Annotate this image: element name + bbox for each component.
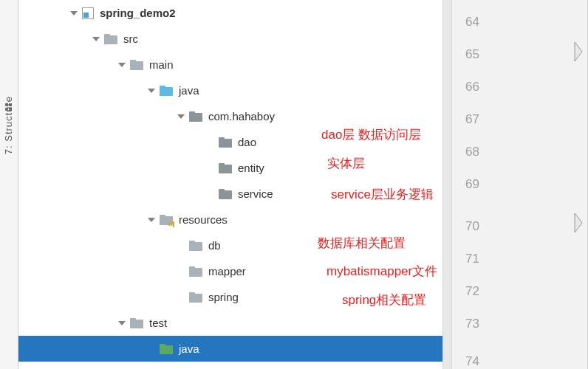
folder-icon [104,34,117,44]
fold-marker-icon[interactable] [574,41,584,62]
expander-icon[interactable] [70,11,78,15]
tree-node-test-source-folder[interactable]: java [18,336,442,362]
annotation-db: 数据库相关配置 [318,235,406,252]
structure-tab-label: 7: Structure [3,96,14,154]
tree-node-folder[interactable]: test [18,310,442,336]
expander-icon[interactable] [118,63,126,67]
test-source-folder-icon [160,344,173,354]
gutter-strip [443,0,452,369]
line-number: 69 [465,177,479,192]
expander-icon[interactable] [118,321,126,325]
editor-gutter: 64 65 66 67 68 69 70 71 72 73 74 [443,0,588,369]
folder-icon [130,318,143,328]
line-number: 70 [465,219,479,234]
node-label: test [149,317,167,329]
module-icon [82,7,94,19]
resources-folder-icon [160,215,173,225]
line-number: 64 [465,15,479,30]
tree-node-package[interactable]: com.hahaboy [18,103,442,129]
package-icon [219,163,232,173]
node-label: entity [238,162,264,174]
package-icon [219,137,232,148]
node-label: src [123,32,138,45]
node-label: mapper [208,265,246,277]
folder-icon [189,292,202,303]
annotation-entity: 实体层 [327,155,365,172]
expander-icon[interactable] [148,89,155,93]
line-number: 67 [465,112,479,127]
node-label: java [179,84,199,97]
line-number: 72 [465,284,479,299]
node-label: dao [238,136,256,148]
line-number: 65 [465,47,479,62]
line-number: 66 [465,80,479,94]
expander-icon[interactable] [177,114,185,119]
line-number: 74 [465,354,479,369]
tree-node-module[interactable]: spring_demo2 [18,0,442,26]
package-icon [219,189,232,199]
node-label: resources [179,213,228,226]
node-label: spring [208,291,239,303]
node-label: java [179,342,199,355]
node-label: service [238,187,273,200]
line-number: 68 [465,145,479,159]
project-tree[interactable]: spring_demo2 src main java com.hahaboy d… [18,0,443,369]
annotation-mapper: mybatismapper文件 [327,263,437,280]
folder-icon [189,241,202,251]
line-number: 73 [465,317,479,331]
expander-icon[interactable] [92,37,100,41]
tree-node-folder[interactable]: main [18,52,442,77]
tree-node-package[interactable]: entity [18,155,442,181]
node-label: main [149,58,174,71]
annotation-service: service层业务逻辑 [331,186,434,203]
package-icon [189,111,202,122]
node-label: db [208,239,221,252]
node-label: com.hahaboy [208,110,275,123]
tree-node-resources-folder[interactable]: resources [18,207,442,232]
source-folder-icon [160,86,173,96]
tree-node-source-folder[interactable]: java [18,77,442,103]
annotation-spring: spring相关配置 [342,292,426,308]
fold-marker-icon[interactable] [574,213,584,233]
expander-icon[interactable] [148,218,155,222]
node-label: spring_demo2 [100,7,176,19]
folder-icon [189,266,202,277]
tree-node-folder[interactable]: src [18,26,442,52]
structure-tool-tab[interactable]: 7: Structure [0,0,18,369]
line-number: 71 [465,252,479,266]
folder-icon [130,60,143,70]
annotation-dao: dao层 数据访问层 [321,126,421,143]
